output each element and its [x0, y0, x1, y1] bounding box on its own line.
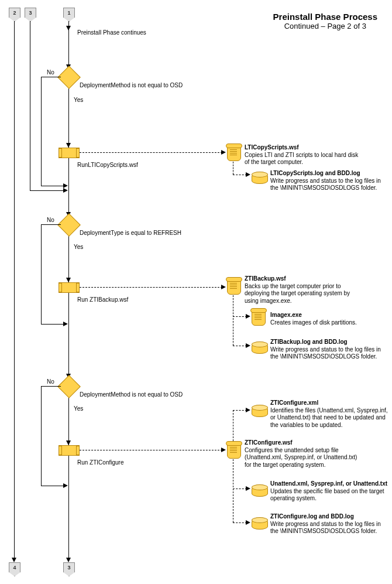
offpage-connector-2: 2 — [9, 8, 20, 22]
datastore-icon — [252, 519, 268, 530]
no-2: No — [47, 217, 54, 223]
trunk-2 — [14, 21, 15, 560]
datastore-icon — [252, 173, 268, 184]
process-2-label: Run ZTIBackup.wsf — [77, 296, 128, 303]
yes-1: Yes — [74, 97, 83, 103]
script-icon — [227, 145, 241, 161]
title-line-1: Preinstall Phase Process — [273, 12, 377, 22]
note-r2a: ZTIBackup.wsfBacks up the target compute… — [245, 275, 365, 305]
decision-deployment-method-2 — [57, 375, 81, 398]
note-r3a: ZTIConfigure.xmlIdentifies the files (Un… — [270, 399, 390, 429]
decision-1-label: DeploymentMethod is not equal to OSD — [80, 82, 183, 88]
note-r1b: LTICopyScripts.log and BDD.logWrite prog… — [270, 170, 384, 192]
no-3: No — [47, 378, 54, 385]
yes-2: Yes — [74, 244, 83, 250]
process-lticopyscripts — [59, 148, 80, 158]
decision-deployment-method-1 — [57, 66, 81, 89]
decision-3-label: DeploymentMethod is not equal to OSD — [80, 391, 183, 398]
note-r2b: Imagex.exeCreates images of disk partiti… — [270, 312, 357, 326]
offpage-connector-3: 3 — [25, 8, 36, 22]
note-r3b: ZTIConfigure.wsfConfigures the unattende… — [245, 439, 365, 469]
script-icon — [227, 442, 241, 459]
title-line-2: Continued – Page 2 of 3 — [273, 22, 377, 30]
process-3-label: Run ZTIConfigure — [77, 459, 123, 466]
offpage-connector-4: 4 — [9, 562, 20, 576]
note-r3d: ZTIConfigure.log and BDD.logWrite progre… — [270, 513, 387, 535]
offpage-connector-3b: 3 — [63, 562, 75, 576]
decision-2-label: DeploymentType is equal to REFRESH — [80, 230, 181, 236]
offpage-connector-1: 1 — [63, 8, 75, 22]
note-r3c: Unattend.xml, Sysprep.inf, or Unattend.t… — [270, 480, 390, 503]
script-icon — [227, 278, 241, 295]
start-label: Preinstall Phase continues — [77, 29, 146, 36]
script-icon — [252, 309, 266, 326]
no-1: No — [47, 69, 54, 76]
process-1-label: RunLTICopyScripts.wsf — [77, 162, 138, 168]
note-r2c: ZTIBackup.log and BDD.logWrite progress … — [270, 339, 387, 361]
title-block: Preinstall Phase Process Continued – Pag… — [273, 12, 377, 30]
datastore-icon — [252, 486, 268, 497]
note-r1a: LTICopyScripts.wsfCopies LTI and ZTI scr… — [245, 144, 365, 166]
datastore-icon — [252, 407, 268, 417]
process-ztibackup — [59, 282, 80, 293]
decision-deployment-type — [57, 213, 81, 237]
trunk-3 — [30, 21, 30, 190]
datastore-icon — [252, 343, 268, 354]
process-zticonfigure — [59, 445, 80, 456]
yes-3: Yes — [74, 405, 83, 412]
